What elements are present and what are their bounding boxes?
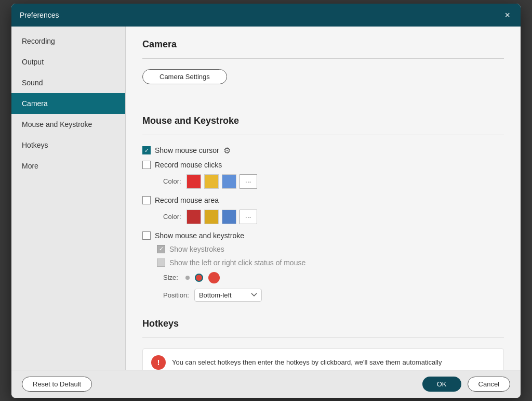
mouse-clicks-color-yellow[interactable] xyxy=(204,174,219,189)
footer-right: OK Cancel xyxy=(422,377,510,392)
size-label: Size: xyxy=(163,274,178,281)
show-mouse-keystroke-row: Show mouse and keystroke xyxy=(142,231,504,240)
mouse-divider xyxy=(142,135,504,135)
close-button[interactable]: × xyxy=(502,9,512,21)
main-content: Camera Camera Settings Mouse and Keystro… xyxy=(126,27,521,370)
camera-section: Camera Camera Settings xyxy=(142,39,504,99)
camera-settings-button[interactable]: Camera Settings xyxy=(142,69,227,84)
mouse-area-color-row: Color: ··· xyxy=(163,210,504,224)
record-mouse-clicks-row: Record mouse clicks xyxy=(142,161,504,169)
hotkeys-info-box: ! You can select hotkeys then enter the … xyxy=(142,348,504,370)
ok-button[interactable]: OK xyxy=(422,377,461,392)
position-select[interactable]: Bottom-left Bottom-right Top-left Top-ri… xyxy=(194,289,262,302)
record-mouse-clicks-checkbox[interactable] xyxy=(142,161,151,169)
mouse-area-color-yellow[interactable] xyxy=(204,210,219,224)
show-mouse-keystroke-checkbox[interactable] xyxy=(142,231,151,240)
record-mouse-area-row: Record mouse area xyxy=(142,196,504,204)
show-mouse-cursor-row: Show mouse cursor ⚙ xyxy=(142,146,504,156)
mouse-area-color-more[interactable]: ··· xyxy=(240,210,257,224)
dialog-body: Recording Output Sound Camera Mouse and … xyxy=(11,27,521,370)
reset-to-default-button[interactable]: Reset to Default xyxy=(22,377,92,392)
sidebar-item-hotkeys[interactable]: Hotkeys xyxy=(11,135,125,156)
hotkeys-info-text: You can select hotkeys then enter the ho… xyxy=(172,358,442,366)
show-click-status-checkbox[interactable] xyxy=(157,258,165,267)
sidebar-item-more[interactable]: More xyxy=(11,156,125,176)
mouse-clicks-color-red[interactable] xyxy=(187,174,201,189)
show-mouse-cursor-label: Show mouse cursor xyxy=(155,146,219,154)
size-dot-large[interactable] xyxy=(208,272,220,283)
mouse-area-color-blue[interactable] xyxy=(222,210,236,224)
hotkeys-section: Hotkeys ! You can select hotkeys then en… xyxy=(142,318,504,370)
size-dot-small[interactable] xyxy=(185,276,190,280)
dialog-footer: Reset to Default OK Cancel xyxy=(11,370,521,398)
size-row: Size: xyxy=(163,272,504,283)
hotkeys-divider xyxy=(142,338,504,338)
mouse-area-color-red[interactable] xyxy=(187,210,201,224)
mouse-section-title: Mouse and Keystroke xyxy=(142,115,504,126)
position-label: Position: xyxy=(163,291,189,299)
cancel-button[interactable]: Cancel xyxy=(468,377,510,392)
record-mouse-area-checkbox[interactable] xyxy=(142,196,151,204)
show-mouse-keystroke-label: Show mouse and keystroke xyxy=(155,231,244,240)
mouse-clicks-color-row: Color: ··· xyxy=(163,174,504,189)
sidebar-item-output[interactable]: Output xyxy=(11,51,125,72)
mouse-area-color-label: Color: xyxy=(163,213,181,221)
info-icon: ! xyxy=(151,355,166,370)
mouse-keystroke-section: Mouse and Keystroke Show mouse cursor ⚙ … xyxy=(142,115,504,302)
title-bar: Preferences × xyxy=(11,4,521,27)
mouse-clicks-color-blue[interactable] xyxy=(222,174,236,189)
show-keystrokes-label: Show keystrokes xyxy=(169,245,224,253)
mouse-clicks-color-label: Color: xyxy=(163,177,181,185)
gear-icon[interactable]: ⚙ xyxy=(223,146,231,156)
preferences-dialog: Preferences × Recording Output Sound Cam… xyxy=(11,4,521,398)
sidebar-item-mouse-keystroke[interactable]: Mouse and Keystroke xyxy=(11,114,125,135)
sidebar-item-recording[interactable]: Recording xyxy=(11,31,125,51)
dialog-title: Preferences xyxy=(20,11,59,19)
record-mouse-clicks-label: Record mouse clicks xyxy=(155,161,222,169)
sidebar-item-sound[interactable]: Sound xyxy=(11,72,125,93)
sidebar: Recording Output Sound Camera Mouse and … xyxy=(11,27,126,370)
size-dot-medium[interactable] xyxy=(195,274,203,282)
show-mouse-cursor-checkbox[interactable] xyxy=(142,146,151,154)
hotkeys-section-title: Hotkeys xyxy=(142,318,504,329)
position-row: Position: Bottom-left Bottom-right Top-l… xyxy=(163,289,504,302)
camera-divider xyxy=(142,58,504,59)
mouse-clicks-color-more[interactable]: ··· xyxy=(240,174,257,189)
show-keystrokes-row: Show keystrokes xyxy=(157,245,504,253)
sidebar-item-camera[interactable]: Camera xyxy=(11,93,125,114)
show-click-status-row: Show the left or right click status of m… xyxy=(157,258,504,267)
camera-section-title: Camera xyxy=(142,39,504,50)
show-keystrokes-checkbox[interactable] xyxy=(157,245,165,253)
show-click-status-label: Show the left or right click status of m… xyxy=(169,258,305,267)
record-mouse-area-label: Record mouse area xyxy=(155,196,219,204)
